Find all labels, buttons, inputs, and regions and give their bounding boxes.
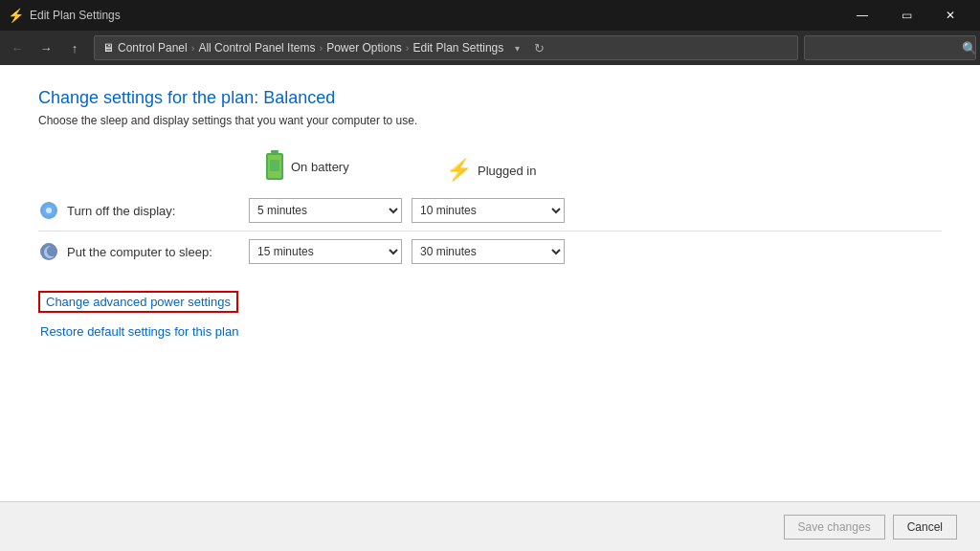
col-battery-header: On battery xyxy=(264,150,436,183)
sleep-plugged-select[interactable]: 15 minutes 20 minutes 25 minutes 30 minu… xyxy=(412,239,565,264)
search-box: 🔍 xyxy=(804,35,976,60)
cancel-button[interactable]: Cancel xyxy=(893,515,957,540)
breadcrumb-all-items[interactable]: All Control Panel Items xyxy=(198,41,315,55)
column-headers: On battery ⚡ Plugged in xyxy=(264,150,942,183)
battery-icon xyxy=(264,150,285,183)
bottom-bar: Save changes Cancel xyxy=(0,501,980,551)
page-subtitle: Choose the sleep and display settings th… xyxy=(38,114,942,127)
breadcrumb-dropdown-button[interactable]: ▾ xyxy=(509,38,524,57)
display-icon xyxy=(38,200,59,221)
advanced-power-settings-link[interactable]: Change advanced power settings xyxy=(38,291,238,313)
search-icon: 🔍 xyxy=(962,41,977,55)
svg-point-6 xyxy=(46,208,52,213)
content-area: Change settings for the plan: Balanced C… xyxy=(0,65,980,551)
minimize-button[interactable]: — xyxy=(840,0,884,31)
sleep-setting-row: Put the computer to sleep: 5 minutes 10 … xyxy=(38,231,942,272)
save-changes-button[interactable]: Save changes xyxy=(784,515,885,540)
back-button[interactable]: ← xyxy=(4,34,31,61)
titlebar-left: ⚡ Edit Plan Settings xyxy=(8,8,121,23)
display-plugged-select[interactable]: 5 minutes 1 minute 2 minutes 3 minutes 5… xyxy=(412,198,565,223)
navbar: ← → ↑ 🖥 Control Panel › All Control Pane… xyxy=(0,31,980,65)
links-section: Change advanced power settings Restore d… xyxy=(38,291,942,339)
svg-rect-3 xyxy=(270,160,279,171)
display-battery-select[interactable]: 5 minutes 1 minute 2 minutes 3 minutes 5… xyxy=(249,198,402,223)
breadcrumb-power-options[interactable]: Power Options xyxy=(326,41,402,55)
sleep-battery-select[interactable]: 5 minutes 10 minutes 15 minutes 20 minut… xyxy=(249,239,402,264)
app-icon: ⚡ xyxy=(8,8,24,23)
maximize-button[interactable]: ▭ xyxy=(884,0,928,31)
address-bar: 🖥 Control Panel › All Control Panel Item… xyxy=(94,35,798,60)
search-input[interactable] xyxy=(813,41,956,55)
sleep-icon xyxy=(38,241,59,262)
content-inner: Change settings for the plan: Balanced C… xyxy=(0,65,980,501)
titlebar-title: Edit Plan Settings xyxy=(30,9,121,22)
breadcrumb-sep-2: › xyxy=(319,42,323,54)
breadcrumb-sep-3: › xyxy=(406,42,410,54)
breadcrumb-icon: 🖥 xyxy=(102,41,114,55)
breadcrumb-sep-1: › xyxy=(191,42,195,54)
battery-label: On battery xyxy=(291,160,349,174)
plugged-label: Plugged in xyxy=(478,164,536,178)
col-plugged-header: ⚡ Plugged in xyxy=(446,158,618,183)
up-button[interactable]: ↑ xyxy=(61,34,88,61)
breadcrumb-edit-plan[interactable]: Edit Plan Settings xyxy=(413,41,504,55)
plugged-icon: ⚡ xyxy=(446,158,472,183)
restore-defaults-link[interactable]: Restore default settings for this plan xyxy=(40,324,942,339)
titlebar-controls: — ▭ ✕ xyxy=(840,0,972,31)
display-label: Turn off the display: xyxy=(67,204,249,218)
sleep-label: Put the computer to sleep: xyxy=(67,245,249,259)
forward-button[interactable]: → xyxy=(33,34,59,61)
breadcrumb-control-panel[interactable]: Control Panel xyxy=(118,41,188,55)
svg-rect-0 xyxy=(271,150,278,153)
page-title: Change settings for the plan: Balanced xyxy=(38,88,942,108)
refresh-button[interactable]: ↻ xyxy=(528,37,549,58)
display-setting-row: Turn off the display: 5 minutes 1 minute… xyxy=(38,190,942,231)
titlebar: ⚡ Edit Plan Settings — ▭ ✕ xyxy=(0,0,980,31)
close-button[interactable]: ✕ xyxy=(928,0,972,31)
